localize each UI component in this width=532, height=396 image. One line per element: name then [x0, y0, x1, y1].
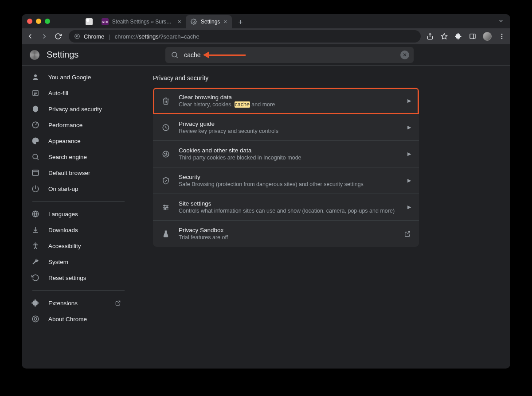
- row-title: Security: [179, 174, 399, 180]
- sidebar-item-label: Default browser: [48, 170, 90, 176]
- sidebar-item-on-start-up[interactable]: On start-up: [22, 181, 131, 197]
- browser-window: STH Stealth Settings » Sursa de tut × Se…: [22, 14, 510, 369]
- settings-search-input[interactable]: [184, 51, 237, 58]
- guide-icon: [161, 123, 171, 132]
- settings-header: Settings ✕: [22, 44, 510, 66]
- sidebar-item-languages[interactable]: Languages: [22, 206, 131, 222]
- settings-row-privacy-guide[interactable]: Privacy guideReview key privacy and secu…: [153, 114, 419, 141]
- sidepanel-icon[interactable]: [469, 32, 477, 40]
- svg-point-10: [172, 52, 177, 57]
- gear-favicon-icon: [190, 18, 197, 25]
- reload-button[interactable]: [55, 33, 63, 40]
- trash-icon: [161, 96, 171, 106]
- cookie-icon: [161, 149, 171, 159]
- svg-line-11: [176, 56, 178, 58]
- reset-icon: [31, 274, 39, 282]
- sidebar-item-about-chrome[interactable]: About Chrome: [22, 311, 131, 327]
- chevron-right-icon: ▶: [407, 151, 411, 157]
- url-path: /?search=cache: [159, 33, 200, 40]
- back-button[interactable]: [26, 32, 35, 40]
- search-highlight: cache: [235, 101, 250, 108]
- autofill-icon: [31, 89, 39, 97]
- chevron-right-icon: ▶: [407, 178, 411, 183]
- svg-line-20: [37, 158, 38, 159]
- close-window-button[interactable]: [27, 19, 32, 24]
- address-bar[interactable]: Chrome | chrome://settings/?search=cache: [69, 30, 421, 43]
- site-info-icon[interactable]: [74, 33, 80, 39]
- profile-avatar[interactable]: [483, 32, 492, 41]
- row-description: Safe Browsing (protection from dangerous…: [179, 181, 399, 187]
- svg-line-18: [35, 124, 37, 125]
- window-controls: [27, 19, 50, 24]
- url-host: settings: [139, 33, 159, 40]
- settings-row-cookies-and-other-site-data[interactable]: Cookies and other site dataThird-party c…: [153, 141, 419, 167]
- new-tab-button[interactable]: +: [235, 16, 247, 28]
- tab-settings[interactable]: Settings ×: [186, 15, 232, 28]
- chrome-icon: [31, 315, 39, 323]
- google-favicon-icon: [86, 18, 93, 25]
- row-description: Third-party cookies are blocked in Incog…: [179, 155, 399, 161]
- settings-title: Settings: [47, 50, 78, 60]
- row-description: Trial features are off: [179, 234, 396, 241]
- chevron-right-icon: ▶: [407, 204, 411, 210]
- maximize-window-button[interactable]: [45, 19, 50, 24]
- sidebar-item-accessibility[interactable]: Accessibility: [22, 238, 131, 254]
- row-title: Privacy guide: [179, 120, 399, 127]
- settings-row-site-settings[interactable]: Site settingsControls what information s…: [153, 194, 419, 221]
- clear-search-icon[interactable]: ✕: [400, 50, 409, 59]
- tab-strip: STH Stealth Settings » Sursa de tut × Se…: [81, 14, 247, 28]
- speed-icon: [31, 121, 39, 129]
- row-title: Privacy Sandbox: [179, 227, 396, 233]
- chevron-right-icon: ▶: [407, 124, 411, 130]
- svg-rect-5: [470, 34, 475, 39]
- tab-google[interactable]: [81, 15, 97, 28]
- svg-point-40: [167, 206, 168, 208]
- settings-search-box[interactable]: ✕: [165, 47, 414, 63]
- sidebar-item-label: Downloads: [48, 227, 78, 233]
- settings-card: Clear browsing dataClear history, cookie…: [153, 88, 419, 247]
- sidebar-item-label: Reset settings: [48, 275, 86, 281]
- download-icon: [31, 226, 39, 234]
- settings-row-security[interactable]: SecuritySafe Browsing (protection from d…: [153, 167, 419, 194]
- svg-point-1: [75, 34, 80, 39]
- settings-main: Privacy and security Clear browsing data…: [135, 66, 510, 369]
- svg-point-7: [501, 34, 503, 35]
- section-title: Privacy and security: [153, 74, 419, 82]
- sidebar-item-label: Languages: [48, 211, 78, 217]
- tab-stealth-settings[interactable]: STH Stealth Settings » Sursa de tut ×: [97, 15, 186, 28]
- sidebar-item-system[interactable]: System: [22, 254, 131, 270]
- close-tab-icon[interactable]: ×: [178, 18, 181, 25]
- sidebar-item-reset-settings[interactable]: Reset settings: [22, 270, 131, 286]
- sidebar-item-auto-fill[interactable]: Auto-fill: [22, 85, 131, 101]
- minimize-window-button[interactable]: [36, 19, 41, 24]
- settings-row-clear-browsing-data[interactable]: Clear browsing dataClear history, cookie…: [153, 88, 419, 114]
- sandbox-icon: [161, 229, 171, 239]
- tab-list-dropdown-icon[interactable]: [498, 18, 504, 24]
- extensions-icon[interactable]: [454, 32, 462, 40]
- close-tab-icon[interactable]: ×: [223, 18, 227, 25]
- sidebar-item-label: Performance: [48, 122, 82, 128]
- sidebar-item-you-and-google[interactable]: You and Google: [22, 69, 131, 85]
- bookmark-icon[interactable]: [440, 32, 448, 40]
- svg-point-39: [164, 205, 165, 206]
- sidebar-item-downloads[interactable]: Downloads: [22, 222, 131, 238]
- toolbar-actions: [426, 32, 506, 41]
- title-bar: STH Stealth Settings » Sursa de tut × Se…: [22, 14, 510, 28]
- svg-point-31: [163, 151, 169, 157]
- person-icon: [31, 73, 39, 81]
- row-description: Clear history, cookies, cache and more: [179, 101, 399, 108]
- sidebar-item-extensions[interactable]: Extensions: [22, 295, 131, 311]
- settings-row-privacy-sandbox[interactable]: Privacy SandboxTrial features are off: [153, 221, 419, 247]
- url-host-label: Chrome: [84, 33, 104, 40]
- menu-icon[interactable]: [498, 32, 506, 40]
- forward-button[interactable]: [40, 32, 49, 40]
- svg-point-29: [34, 318, 37, 320]
- tab-label: Stealth Settings » Sursa de tut: [112, 19, 174, 25]
- sidebar-item-appearance[interactable]: Appearance: [22, 133, 131, 149]
- sidebar-item-privacy-and-security[interactable]: Privacy and security: [22, 101, 131, 117]
- sidebar-item-default-browser[interactable]: Default browser: [22, 165, 131, 181]
- row-title: Clear browsing data: [179, 94, 399, 101]
- sidebar-item-performance[interactable]: Performance: [22, 117, 131, 133]
- share-icon[interactable]: [426, 32, 434, 40]
- sidebar-item-search-engine[interactable]: Search engine: [22, 149, 131, 165]
